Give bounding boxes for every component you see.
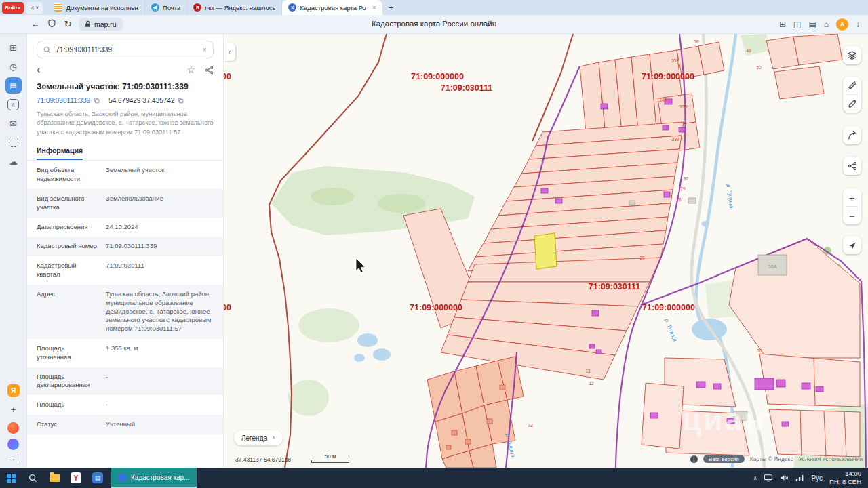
services-icon[interactable]: ⊞: [5, 39, 22, 56]
browser-toolbar: ← ↻ map.ru Кадастровая карта России онла…: [0, 15, 868, 34]
tabs-count-badge[interactable]: 4: [5, 96, 22, 113]
info-row-label: Вид земельного участка: [37, 195, 99, 212]
parcel-layer[interactable]: [403, 34, 860, 468]
parcel-num: 50: [757, 348, 762, 353]
tray-expand-chevron[interactable]: ∧: [753, 475, 757, 481]
tab-information[interactable]: Информация: [37, 146, 83, 160]
start-button[interactable]: [0, 468, 22, 488]
history-icon[interactable]: ◷: [5, 58, 22, 75]
info-row-value: 1 356 кв. м: [106, 344, 214, 362]
collapse-sidebar-icon[interactable]: →: [9, 455, 18, 462]
tab-mail[interactable]: Почта: [145, 0, 187, 15]
parcel-num: 33Б: [679, 104, 688, 109]
layers-icon: [847, 50, 857, 60]
volume-icon[interactable]: [780, 474, 789, 482]
search-input[interactable]: 71:09:030111:339 ×: [37, 41, 214, 58]
info-row: Вид земельного участкаЗемлепользование: [27, 189, 223, 218]
info-row: Дата присвоения24.10.2024: [27, 218, 223, 237]
system-tray: ∧ Рус 14:00 ПН, 8 СЕН: [753, 470, 868, 486]
back-button[interactable]: ←: [27, 19, 43, 29]
clear-search-icon[interactable]: ×: [203, 45, 207, 54]
profile-avatar[interactable]: А: [836, 18, 848, 30]
tab-counter[interactable]: 4 ∨: [26, 2, 43, 14]
ruler-button[interactable]: [843, 77, 861, 94]
info-row-value: 71:09:030111:339: [106, 242, 214, 251]
copy-icon[interactable]: [178, 98, 184, 104]
parcel-num: 73: [528, 423, 533, 428]
favorite-star-icon[interactable]: ☆: [186, 64, 195, 75]
network-icon[interactable]: [795, 474, 804, 482]
tab-cadastral-map[interactable]: К Кадастровая карта Ро ×: [282, 0, 382, 15]
reading-list-icon[interactable]: ▤: [808, 20, 816, 29]
map-status-line: 37.431137 54.679188 50 м: [235, 453, 349, 463]
share-map-button[interactable]: [843, 157, 861, 175]
parcel-num: 35: [671, 58, 677, 63]
messenger-icon[interactable]: ✉: [5, 115, 22, 131]
add-icon[interactable]: +: [5, 401, 22, 418]
cadastral-number-link[interactable]: 71:09:030111:339: [37, 97, 90, 104]
file-explorer-button[interactable]: [43, 468, 65, 488]
sidebar-bottom: Я + →: [5, 384, 22, 468]
copyright-text[interactable]: Карты © Яндекс: [750, 455, 793, 462]
taskbar-clock[interactable]: 14:00 ПН, 8 СЕН: [829, 470, 861, 486]
route-button[interactable]: [843, 126, 861, 144]
terms-link[interactable]: Условия использования: [799, 455, 863, 462]
close-icon[interactable]: ×: [372, 4, 376, 12]
reload-button[interactable]: ↻: [60, 19, 76, 29]
locate-button[interactable]: [843, 236, 861, 254]
edit-button[interactable]: [843, 95, 861, 113]
taskbar-active-app[interactable]: Кадастровая кар...: [111, 468, 197, 488]
downloads-icon[interactable]: ↓: [856, 20, 860, 29]
screenshot-icon[interactable]: [5, 134, 22, 150]
quarter-label: 71:09:030111: [441, 83, 493, 93]
display-icon[interactable]: [764, 474, 773, 482]
new-tab-button[interactable]: +: [389, 3, 394, 13]
language-indicator[interactable]: Рус: [811, 474, 823, 482]
music-app-icon[interactable]: [7, 422, 19, 434]
yandex-browser-button[interactable]: Y: [65, 468, 87, 488]
yandex-services-icon[interactable]: Я: [7, 384, 20, 396]
scale-bar: 50 м: [311, 453, 349, 463]
map-canvas[interactable]: циан р. Тулицар. Тулицар. Тулица 50А 363…: [224, 34, 868, 468]
lock-icon: [85, 20, 91, 28]
address-bar[interactable]: map.ru: [79, 18, 123, 30]
cloud-icon[interactable]: ☁: [5, 153, 22, 169]
copy-icon[interactable]: [94, 98, 100, 104]
cadastral-map[interactable]: циан р. Тулицар. Тулицар. Тулица 50А 363…: [224, 34, 868, 468]
zoom-in-button[interactable]: +: [843, 188, 861, 206]
quarter-label: 71:09:000000: [224, 303, 231, 312]
info-icon[interactable]: i: [690, 455, 698, 463]
protect-shield-icon[interactable]: [43, 19, 60, 30]
share-icon[interactable]: [205, 66, 214, 75]
taskbar-search-button[interactable]: [22, 468, 43, 488]
tab-documents[interactable]: Документы на исполнен: [48, 0, 144, 15]
map-app-icon: [118, 473, 127, 482]
search-value: 71:09:030111:339: [56, 45, 198, 54]
alice-icon[interactable]: [7, 439, 19, 450]
parcel-address-note: Тульская область, Заокский район, муници…: [37, 110, 214, 137]
panels-icon[interactable]: ◫: [793, 20, 801, 29]
collapse-panel-button[interactable]: ‹: [224, 43, 235, 61]
tab-yandex-search[interactable]: Я пкк — Яндекс: нашлось: [187, 0, 282, 15]
legend-button[interactable]: Легенда ∧: [234, 430, 283, 445]
active-panel-icon[interactable]: ▤: [5, 77, 22, 94]
collections-icon[interactable]: ⊞: [779, 20, 786, 29]
info-row-label: Площадь: [37, 401, 99, 409]
measure-tools: [843, 77, 861, 113]
windows-logo-icon: [7, 474, 16, 483]
parcel-num: 33б: [672, 137, 679, 142]
layers-button[interactable]: [843, 46, 861, 64]
home-icon[interactable]: ⌂: [824, 20, 829, 29]
document-icon: [54, 3, 62, 12]
toolbar-actions: ⊞ ◫ ▤ ⌂ А ↓: [779, 18, 868, 30]
login-button[interactable]: Войти: [2, 2, 24, 14]
legend-label: Легенда: [241, 434, 267, 442]
map-attribution: i Beta-версия Карты © Яндекс Условия исп…: [690, 455, 863, 463]
info-row-label: Адрес: [37, 290, 99, 333]
selected-parcel[interactable]: [534, 233, 557, 269]
app-button[interactable]: ▤: [87, 468, 108, 488]
share-icon: [848, 161, 857, 171]
back-chevron-icon[interactable]: ‹: [37, 64, 40, 75]
parcel-num: 30: [683, 176, 688, 181]
zoom-out-button[interactable]: −: [843, 207, 861, 224]
